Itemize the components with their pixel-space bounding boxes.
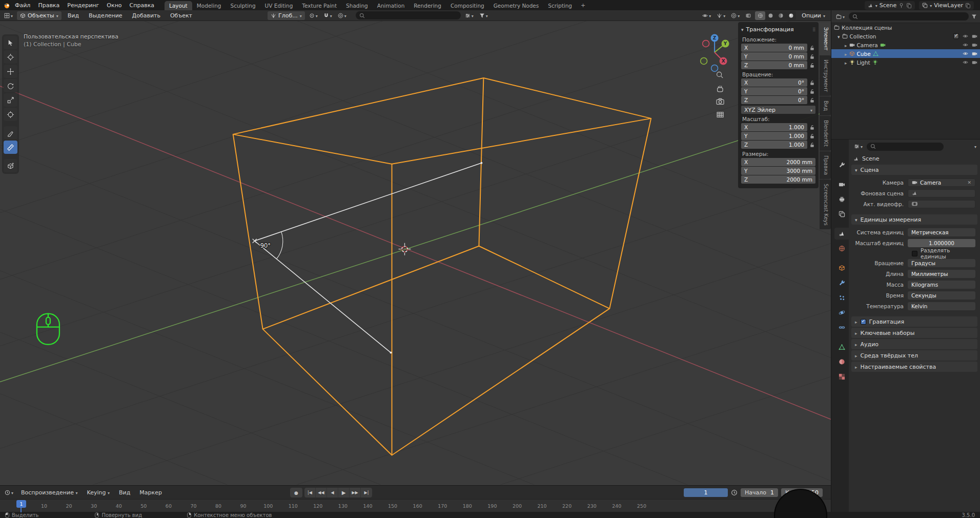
- workspace-tab[interactable]: Geometry Nodes: [489, 1, 544, 10]
- tab-view-layer[interactable]: [834, 208, 849, 220]
- zoom-button[interactable]: [717, 72, 723, 77]
- jump-to-start-button[interactable]: [304, 488, 316, 497]
- prev-keyframe-button[interactable]: [316, 488, 327, 497]
- background-scene-field[interactable]: [908, 189, 975, 197]
- tab-material[interactable]: [834, 356, 849, 368]
- sidebar-tab[interactable]: BlenderKit: [820, 116, 831, 151]
- lock-icon[interactable]: [809, 54, 815, 59]
- tool-transform[interactable]: [4, 108, 17, 121]
- unit-rotation-dropdown[interactable]: Градусы: [908, 259, 975, 267]
- tab-object[interactable]: [834, 262, 849, 274]
- menu-window[interactable]: Окно: [103, 1, 125, 10]
- workspace-tab[interactable]: UV Editing: [260, 1, 298, 10]
- rotation-x-field[interactable]: X0°: [741, 78, 807, 87]
- expand-arrow-icon[interactable]: [838, 33, 840, 39]
- camera-view-button[interactable]: [717, 98, 724, 104]
- next-keyframe-button[interactable]: [350, 488, 361, 497]
- tool-select-box[interactable]: [4, 36, 17, 49]
- panel-audio-header[interactable]: Аудио: [851, 339, 977, 349]
- collection-checkbox[interactable]: [953, 33, 959, 39]
- camera-visibility-icon[interactable]: [972, 59, 977, 65]
- tab-data[interactable]: [834, 341, 849, 353]
- tool-move[interactable]: [4, 65, 17, 78]
- display-mode-selector[interactable]: [463, 12, 475, 19]
- play-button[interactable]: [338, 488, 350, 497]
- workspace-tab[interactable]: Layout: [165, 1, 192, 10]
- lock-icon[interactable]: [809, 125, 815, 130]
- panel-custom-properties-header[interactable]: Настраиваемые свойства: [851, 362, 977, 372]
- eye-icon[interactable]: [963, 33, 968, 39]
- current-frame-field[interactable]: 1: [684, 488, 728, 497]
- tool-scale[interactable]: [4, 93, 17, 107]
- navigation-gizmo[interactable]: Z Y X: [701, 34, 729, 71]
- gizmos-toggle[interactable]: [715, 12, 727, 19]
- menu-render[interactable]: Рендеринг: [64, 1, 103, 10]
- location-y-field[interactable]: Y0 mm: [741, 52, 807, 61]
- unit-mass-dropdown[interactable]: Kilograms: [908, 281, 975, 289]
- timeline-editor-type-button[interactable]: [3, 489, 15, 496]
- jump-to-end-button[interactable]: [361, 488, 372, 497]
- shading-solid-button[interactable]: [765, 11, 775, 20]
- timeline-ruler[interactable]: 1020304050607080901001101201301401501601…: [0, 499, 831, 512]
- tab-scene[interactable]: [834, 228, 849, 240]
- outliner-row-collection[interactable]: Collection: [831, 32, 980, 41]
- lock-icon[interactable]: [809, 63, 815, 68]
- proportional-edit-toggle[interactable]: [336, 12, 348, 19]
- tool-add-primitive[interactable]: [4, 159, 17, 172]
- tab-output[interactable]: [834, 193, 849, 205]
- eye-icon[interactable]: [963, 59, 968, 65]
- playhead[interactable]: 1: [16, 500, 26, 508]
- workspace-tab[interactable]: Animation: [373, 1, 410, 10]
- drag-handle-icon[interactable]: ⣿: [812, 27, 815, 32]
- sidebar-tab[interactable]: Инструмент: [820, 55, 831, 96]
- unit-system-dropdown[interactable]: Метрическая: [908, 228, 975, 236]
- record-button[interactable]: [290, 488, 302, 497]
- expand-arrow-icon[interactable]: [845, 51, 847, 57]
- pan-hand-button[interactable]: [718, 86, 723, 92]
- viewport-search-input[interactable]: [356, 11, 461, 19]
- menu-select[interactable]: Выделение: [85, 11, 126, 20]
- rotation-mode-dropdown[interactable]: XYZ Эйлер: [741, 106, 815, 114]
- tab-physics[interactable]: [834, 307, 849, 318]
- separate-units-checkbox[interactable]: [912, 251, 917, 256]
- viewlayer-selector[interactable]: ViewLayer: [919, 1, 974, 10]
- dimensions-x-field[interactable]: X2000 mm: [741, 158, 815, 166]
- workspace-tab[interactable]: Sculpting: [226, 1, 260, 10]
- object-visibility-selector[interactable]: [701, 12, 712, 19]
- unit-time-dropdown[interactable]: Секунды: [908, 291, 975, 300]
- workspace-tab[interactable]: Scripting: [543, 1, 577, 10]
- xray-toggle[interactable]: [744, 13, 752, 18]
- camera-visibility-icon[interactable]: [972, 42, 977, 48]
- chevron-down-icon[interactable]: [974, 143, 976, 150]
- lock-icon[interactable]: [809, 45, 815, 51]
- panel-rigid-body-world-header[interactable]: Среда твёрдых тел: [851, 350, 977, 361]
- overlays-toggle[interactable]: [729, 12, 741, 19]
- transform-orientation-selector[interactable]: Глоб...: [268, 11, 305, 20]
- auto-keyframe-clock-icon[interactable]: [731, 489, 738, 496]
- scene-selector[interactable]: Scene: [865, 1, 915, 10]
- gravity-checkbox[interactable]: [861, 319, 866, 325]
- lock-icon[interactable]: [809, 89, 815, 94]
- lock-icon[interactable]: [809, 133, 815, 139]
- filter-funnel-icon[interactable]: [971, 14, 977, 19]
- workspace-tab[interactable]: Compositing: [446, 1, 489, 10]
- options-dropdown[interactable]: Опции: [799, 11, 828, 20]
- lock-icon[interactable]: [809, 80, 815, 86]
- expand-arrow-icon[interactable]: [845, 59, 847, 66]
- outliner-row-camera[interactable]: Camera: [831, 41, 980, 49]
- scale-y-field[interactable]: Y1.000: [741, 132, 807, 140]
- new-viewlayer-icon[interactable]: [965, 3, 971, 8]
- playback-menu[interactable]: Воспроизведение: [18, 488, 80, 497]
- keying-menu[interactable]: Keying: [84, 488, 113, 497]
- blender-logo-icon[interactable]: [3, 2, 11, 9]
- workspace-tab[interactable]: Shading: [341, 1, 373, 10]
- panel-keying-sets-header[interactable]: Ключевые наборы: [851, 328, 977, 338]
- pivot-point-selector[interactable]: [308, 12, 319, 19]
- menu-help[interactable]: Справка: [126, 1, 158, 10]
- outliner-row-cube[interactable]: Cube: [831, 49, 980, 58]
- sidebar-tab[interactable]: Вид: [820, 96, 831, 115]
- panel-units-header[interactable]: Единицы измерения: [851, 214, 977, 225]
- panel-gravity-header[interactable]: Гравитация: [851, 316, 977, 327]
- scene-camera-field[interactable]: Camera ✕: [908, 178, 975, 187]
- tab-particles[interactable]: [834, 292, 849, 304]
